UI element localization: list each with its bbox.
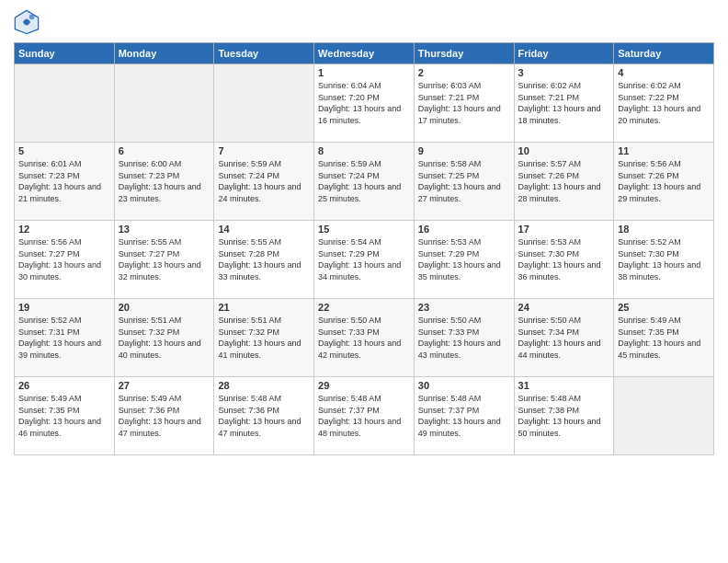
day-number: 16 bbox=[418, 224, 510, 235]
day-number: 27 bbox=[119, 380, 210, 391]
day-number: 24 bbox=[518, 302, 610, 313]
day-number: 6 bbox=[119, 145, 210, 156]
day-of-week-header: Saturday bbox=[614, 43, 714, 64]
calendar-cell: 24Sunrise: 5:50 AMSunset: 7:34 PMDayligh… bbox=[514, 299, 614, 377]
day-number: 12 bbox=[18, 224, 110, 235]
day-number: 1 bbox=[318, 67, 410, 78]
day-number: 14 bbox=[218, 224, 310, 235]
calendar-cell: 10Sunrise: 5:57 AMSunset: 7:26 PMDayligh… bbox=[514, 143, 614, 221]
calendar-week-row: 26Sunrise: 5:49 AMSunset: 7:35 PMDayligh… bbox=[15, 377, 714, 455]
day-of-week-header: Sunday bbox=[15, 43, 115, 64]
day-number: 5 bbox=[18, 145, 110, 156]
day-info: Sunrise: 5:51 AMSunset: 7:32 PMDaylight:… bbox=[119, 315, 210, 361]
day-info: Sunrise: 5:50 AMSunset: 7:34 PMDaylight:… bbox=[518, 315, 610, 361]
calendar-cell: 11Sunrise: 5:56 AMSunset: 7:26 PMDayligh… bbox=[614, 143, 714, 221]
calendar-cell: 4Sunrise: 6:02 AMSunset: 7:22 PMDaylight… bbox=[614, 64, 714, 143]
day-number: 20 bbox=[119, 302, 210, 313]
calendar-cell: 6Sunrise: 6:00 AMSunset: 7:23 PMDaylight… bbox=[114, 143, 214, 221]
calendar-cell: 30Sunrise: 5:48 AMSunset: 7:37 PMDayligh… bbox=[414, 377, 514, 455]
day-number: 29 bbox=[318, 380, 410, 391]
day-info: Sunrise: 5:58 AMSunset: 7:25 PMDaylight:… bbox=[418, 158, 510, 204]
calendar-cell: 21Sunrise: 5:51 AMSunset: 7:32 PMDayligh… bbox=[214, 299, 314, 377]
calendar-cell: 9Sunrise: 5:58 AMSunset: 7:25 PMDaylight… bbox=[414, 143, 514, 221]
day-info: Sunrise: 5:50 AMSunset: 7:33 PMDaylight:… bbox=[418, 315, 510, 361]
day-of-week-header: Friday bbox=[514, 43, 614, 64]
day-info: Sunrise: 5:49 AMSunset: 7:35 PMDaylight:… bbox=[618, 315, 710, 361]
day-info: Sunrise: 5:48 AMSunset: 7:36 PMDaylight:… bbox=[218, 393, 310, 439]
logo bbox=[14, 9, 43, 35]
day-number: 22 bbox=[318, 302, 410, 313]
day-info: Sunrise: 5:50 AMSunset: 7:33 PMDaylight:… bbox=[318, 315, 410, 361]
day-info: Sunrise: 6:03 AMSunset: 7:21 PMDaylight:… bbox=[418, 80, 510, 126]
day-info: Sunrise: 5:48 AMSunset: 7:38 PMDaylight:… bbox=[518, 393, 610, 439]
calendar-week-row: 12Sunrise: 5:56 AMSunset: 7:27 PMDayligh… bbox=[15, 221, 714, 299]
calendar-header: SundayMondayTuesdayWednesdayThursdayFrid… bbox=[15, 43, 714, 64]
day-number: 30 bbox=[418, 380, 510, 391]
calendar-cell: 31Sunrise: 5:48 AMSunset: 7:38 PMDayligh… bbox=[514, 377, 614, 455]
calendar-cell: 14Sunrise: 5:55 AMSunset: 7:28 PMDayligh… bbox=[214, 221, 314, 299]
day-number: 31 bbox=[518, 380, 610, 391]
day-number: 9 bbox=[418, 145, 510, 156]
day-info: Sunrise: 5:59 AMSunset: 7:24 PMDaylight:… bbox=[318, 158, 410, 204]
day-info: Sunrise: 5:52 AMSunset: 7:30 PMDaylight:… bbox=[618, 236, 710, 282]
day-number: 21 bbox=[218, 302, 310, 313]
day-info: Sunrise: 5:48 AMSunset: 7:37 PMDaylight:… bbox=[318, 393, 410, 439]
calendar-cell: 8Sunrise: 5:59 AMSunset: 7:24 PMDaylight… bbox=[314, 143, 415, 221]
calendar-cell: 16Sunrise: 5:53 AMSunset: 7:29 PMDayligh… bbox=[414, 221, 514, 299]
calendar-cell: 7Sunrise: 5:59 AMSunset: 7:24 PMDaylight… bbox=[214, 143, 314, 221]
calendar-week-row: 1Sunrise: 6:04 AMSunset: 7:20 PMDaylight… bbox=[15, 64, 714, 143]
day-number: 3 bbox=[518, 67, 610, 78]
calendar-cell: 29Sunrise: 5:48 AMSunset: 7:37 PMDayligh… bbox=[314, 377, 415, 455]
day-number: 15 bbox=[318, 224, 410, 235]
day-info: Sunrise: 5:59 AMSunset: 7:24 PMDaylight:… bbox=[218, 158, 310, 204]
day-info: Sunrise: 5:49 AMSunset: 7:35 PMDaylight:… bbox=[18, 393, 110, 439]
day-info: Sunrise: 5:53 AMSunset: 7:30 PMDaylight:… bbox=[518, 236, 610, 282]
day-info: Sunrise: 6:01 AMSunset: 7:23 PMDaylight:… bbox=[18, 158, 110, 204]
day-number: 25 bbox=[618, 302, 710, 313]
day-info: Sunrise: 5:51 AMSunset: 7:32 PMDaylight:… bbox=[218, 315, 310, 361]
day-header-row: SundayMondayTuesdayWednesdayThursdayFrid… bbox=[15, 43, 714, 64]
calendar-cell: 25Sunrise: 5:49 AMSunset: 7:35 PMDayligh… bbox=[614, 299, 714, 377]
day-info: Sunrise: 6:00 AMSunset: 7:23 PMDaylight:… bbox=[119, 158, 210, 204]
calendar-cell bbox=[114, 64, 214, 143]
day-of-week-header: Monday bbox=[114, 43, 214, 64]
day-number: 4 bbox=[618, 67, 710, 78]
svg-point-2 bbox=[29, 15, 35, 20]
day-info: Sunrise: 5:55 AMSunset: 7:27 PMDaylight:… bbox=[119, 236, 210, 282]
calendar-cell: 15Sunrise: 5:54 AMSunset: 7:29 PMDayligh… bbox=[314, 221, 415, 299]
day-info: Sunrise: 5:49 AMSunset: 7:36 PMDaylight:… bbox=[119, 393, 210, 439]
calendar-week-row: 5Sunrise: 6:01 AMSunset: 7:23 PMDaylight… bbox=[15, 143, 714, 221]
calendar-cell: 28Sunrise: 5:48 AMSunset: 7:36 PMDayligh… bbox=[214, 377, 314, 455]
day-of-week-header: Tuesday bbox=[214, 43, 314, 64]
page-header bbox=[14, 9, 714, 35]
calendar-cell bbox=[614, 377, 714, 455]
day-number: 7 bbox=[218, 145, 310, 156]
calendar-cell bbox=[15, 64, 115, 143]
day-of-week-header: Wednesday bbox=[314, 43, 415, 64]
calendar-cell: 17Sunrise: 5:53 AMSunset: 7:30 PMDayligh… bbox=[514, 221, 614, 299]
day-number: 23 bbox=[418, 302, 510, 313]
calendar-cell: 20Sunrise: 5:51 AMSunset: 7:32 PMDayligh… bbox=[114, 299, 214, 377]
day-info: Sunrise: 6:02 AMSunset: 7:22 PMDaylight:… bbox=[618, 80, 710, 126]
calendar-cell: 13Sunrise: 5:55 AMSunset: 7:27 PMDayligh… bbox=[114, 221, 214, 299]
calendar-table: SundayMondayTuesdayWednesdayThursdayFrid… bbox=[14, 42, 714, 455]
day-of-week-header: Thursday bbox=[414, 43, 514, 64]
day-number: 18 bbox=[618, 224, 710, 235]
day-number: 13 bbox=[119, 224, 210, 235]
calendar-cell: 1Sunrise: 6:04 AMSunset: 7:20 PMDaylight… bbox=[314, 64, 415, 143]
day-info: Sunrise: 5:53 AMSunset: 7:29 PMDaylight:… bbox=[418, 236, 510, 282]
calendar-cell: 5Sunrise: 6:01 AMSunset: 7:23 PMDaylight… bbox=[15, 143, 115, 221]
day-info: Sunrise: 5:57 AMSunset: 7:26 PMDaylight:… bbox=[518, 158, 610, 204]
day-info: Sunrise: 5:55 AMSunset: 7:28 PMDaylight:… bbox=[218, 236, 310, 282]
day-number: 28 bbox=[218, 380, 310, 391]
calendar-cell: 23Sunrise: 5:50 AMSunset: 7:33 PMDayligh… bbox=[414, 299, 514, 377]
day-number: 10 bbox=[518, 145, 610, 156]
day-info: Sunrise: 5:54 AMSunset: 7:29 PMDaylight:… bbox=[318, 236, 410, 282]
day-info: Sunrise: 6:02 AMSunset: 7:21 PMDaylight:… bbox=[518, 80, 610, 126]
day-number: 26 bbox=[18, 380, 110, 391]
day-number: 8 bbox=[318, 145, 410, 156]
day-number: 2 bbox=[418, 67, 510, 78]
day-number: 11 bbox=[618, 145, 710, 156]
calendar-cell: 26Sunrise: 5:49 AMSunset: 7:35 PMDayligh… bbox=[15, 377, 115, 455]
calendar-cell: 19Sunrise: 5:52 AMSunset: 7:31 PMDayligh… bbox=[15, 299, 115, 377]
